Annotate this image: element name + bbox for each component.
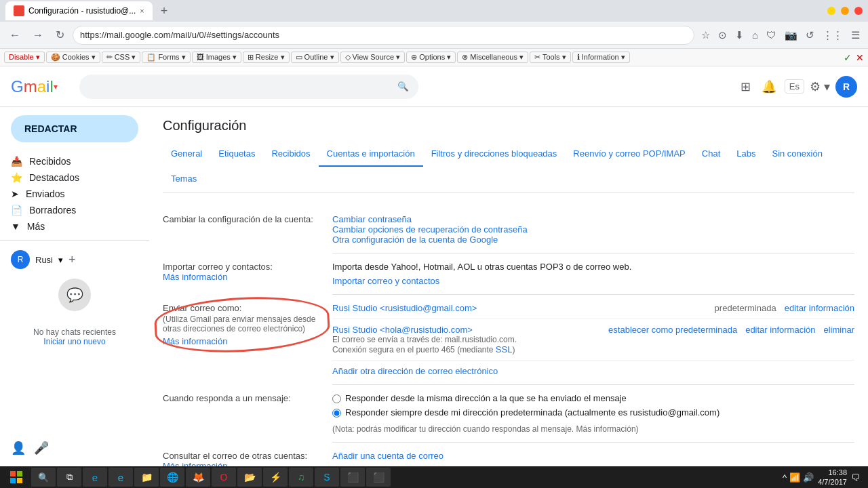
email-1-edit-link[interactable]: editar información — [785, 303, 854, 313]
edge-button[interactable]: e — [83, 468, 107, 487]
sync-button[interactable]: ↺ — [803, 26, 817, 44]
tab-temas[interactable]: Temas — [163, 167, 205, 192]
settings-gear-button[interactable]: ⚙ ▾ — [810, 79, 830, 94]
chrome-button[interactable]: 🌐 — [160, 468, 184, 487]
tab-filtros[interactable]: Filtros y direcciones bloqueadas — [423, 142, 566, 167]
reply-option-2[interactable]: Responder siempre desde mi dirección pre… — [332, 407, 854, 418]
sidebar-item-mas[interactable]: ▼ Más — [0, 218, 138, 235]
resize-button[interactable]: ⊞ Resize ▾ — [243, 52, 290, 63]
menu-button[interactable]: ☰ — [848, 26, 863, 44]
search-taskbar-button[interactable]: 🔍 — [31, 468, 56, 487]
address-bar[interactable]: https://mail.google.com/mail/u/0/#settin… — [73, 26, 694, 45]
forms-button[interactable]: 📋 Forms ▾ — [142, 52, 190, 63]
app2-button[interactable]: ⬛ — [340, 468, 365, 487]
search-input[interactable] — [89, 81, 392, 92]
bookmark-button[interactable]: ☆ — [698, 26, 713, 44]
email-2-edit-link[interactable]: editar información — [745, 325, 815, 335]
import-more-link[interactable]: Más información — [163, 272, 227, 282]
opera-button[interactable]: O — [212, 468, 236, 487]
app3-button[interactable]: ⬛ — [366, 468, 391, 487]
contacts-icon[interactable]: 👤 — [11, 441, 26, 455]
up-arrow-icon[interactable]: ^ — [783, 472, 787, 483]
sidebar-item-recibidos[interactable]: 📥 Recibidos — [0, 153, 138, 169]
images-button[interactable]: 🖼 Images ▾ — [192, 52, 241, 63]
tab-labs[interactable]: Labs — [728, 142, 764, 167]
sidebar-borradores-label: Borradores — [29, 205, 127, 216]
volume-icon[interactable]: 🔊 — [803, 472, 814, 483]
task-view-button[interactable]: ⧉ — [57, 468, 81, 487]
view-source-button[interactable]: ◇ View Source ▾ — [340, 52, 406, 63]
notification-icon[interactable]: 🗨 — [851, 472, 860, 483]
screenshot-button[interactable]: 📷 — [782, 26, 800, 44]
tab-reenvio[interactable]: Reenvío y correo POP/IMAP — [565, 142, 693, 167]
gmail-dropdown-icon[interactable]: ▾ — [54, 82, 58, 92]
firefox-button[interactable]: 🦊 — [186, 468, 210, 487]
add-email-link[interactable]: Añadir otra dirección de correo electrón… — [332, 366, 498, 376]
avatar[interactable]: R — [835, 76, 857, 98]
misc-button[interactable]: ⊗ Miscellaneous ▾ — [457, 52, 528, 63]
tab-chat[interactable]: Chat — [694, 142, 728, 167]
search-button[interactable]: 🔍 — [397, 81, 409, 92]
new-tab-button[interactable]: + — [158, 4, 171, 18]
browser-tab[interactable]: Configuración - rusistudio@... × — [5, 1, 153, 20]
notifications-button[interactable]: 🔔 — [759, 77, 779, 97]
change-recovery-link[interactable]: Cambiar opciones de recuperación de cont… — [332, 224, 528, 235]
spotify-button[interactable]: ♫ — [289, 468, 313, 487]
change-password-link[interactable]: Cambiar contraseña — [332, 214, 412, 224]
gmail-logo[interactable]: Gmail ▾ — [11, 77, 58, 96]
sidebar-item-borradores[interactable]: 📄 Borradores — [0, 202, 138, 218]
reader-button[interactable]: ⊙ — [715, 26, 730, 44]
minimize-button[interactable] — [827, 7, 835, 15]
forward-button[interactable]: → — [28, 26, 47, 44]
disable-button[interactable]: Disable ▾ — [4, 52, 45, 63]
add-account-button[interactable]: + — [68, 253, 76, 267]
maximize-button[interactable] — [841, 7, 849, 15]
email-2-delete-link[interactable]: eliminar — [823, 325, 854, 335]
css-button[interactable]: ✏ CSS ▾ — [102, 52, 141, 63]
start-chat-link[interactable]: Iniciar uno nuevo — [11, 337, 138, 346]
tab-close-button[interactable]: × — [140, 7, 144, 15]
reply-radio-2[interactable] — [332, 409, 341, 418]
start-button[interactable] — [3, 468, 30, 487]
tab-sin-conexion[interactable]: Sin conexión — [764, 142, 830, 167]
sidebar-account[interactable]: R Rusi ▾ + — [0, 246, 149, 273]
ie-button[interactable]: e — [108, 468, 133, 487]
information-button[interactable]: ℹ Information ▾ — [572, 52, 630, 63]
reply-option-1[interactable]: Responder desde la misma dirección a la … — [332, 393, 854, 403]
hangouts-icon[interactable]: 🎤 — [34, 441, 49, 455]
outline-button[interactable]: ▭ Outline ▾ — [291, 52, 339, 63]
skype-button[interactable]: S — [315, 468, 339, 487]
sidebar-item-enviados[interactable]: ➤ Enviados — [0, 186, 138, 202]
add-mail-account-link[interactable]: Añadir una cuenta de correo — [332, 451, 443, 461]
email-2-set-default-link[interactable]: establecer como predeterminada — [608, 325, 737, 335]
network-icon[interactable]: 📶 — [789, 472, 800, 483]
apps-grid-button[interactable]: ⊞ — [738, 77, 753, 97]
download-button[interactable]: ⬇ — [732, 26, 747, 44]
options-button[interactable]: ⊕ Options ▾ — [406, 52, 456, 63]
back-button[interactable]: ← — [5, 26, 24, 44]
tools-button[interactable]: ✂ Tools ▾ — [530, 52, 571, 63]
reload-button[interactable]: ↻ — [52, 26, 68, 44]
shield-button[interactable]: 🛡 — [764, 26, 779, 43]
tab-etiquetas[interactable]: Etiquetas — [210, 142, 263, 167]
cookies-button[interactable]: 🍪 Cookies ▾ — [46, 52, 100, 63]
filezilla-button[interactable]: 📂 — [237, 468, 262, 487]
search-bar[interactable]: 🔍 — [79, 75, 418, 99]
ssl-link[interactable]: SSL — [496, 344, 513, 354]
taskbar-clock[interactable]: 16:38 4/7/2017 — [818, 468, 847, 487]
tab-general[interactable]: General — [163, 142, 210, 167]
sidebar-item-destacados[interactable]: ⭐ Destacados — [0, 169, 138, 186]
phpstorm-button[interactable]: ⚡ — [263, 468, 288, 487]
close-window-button[interactable] — [854, 7, 863, 15]
files-button[interactable]: 📁 — [134, 468, 159, 487]
compose-button[interactable]: REDACTAR — [11, 115, 138, 142]
tab-cuentas[interactable]: Cuentas e importación — [319, 142, 423, 167]
tab-recibidos[interactable]: Recibidos — [263, 142, 318, 167]
send-as-more-link[interactable]: Más información — [163, 336, 227, 346]
home-button[interactable]: ⌂ — [749, 26, 761, 43]
language-selector[interactable]: Es — [785, 79, 804, 94]
reply-radio-1[interactable] — [332, 394, 341, 403]
apps-button[interactable]: ⋮⋮ — [820, 26, 846, 44]
other-config-link[interactable]: Otra configuración de la cuenta de Googl… — [332, 235, 498, 245]
import-contacts-link[interactable]: Importar correo y contactos — [332, 276, 439, 286]
